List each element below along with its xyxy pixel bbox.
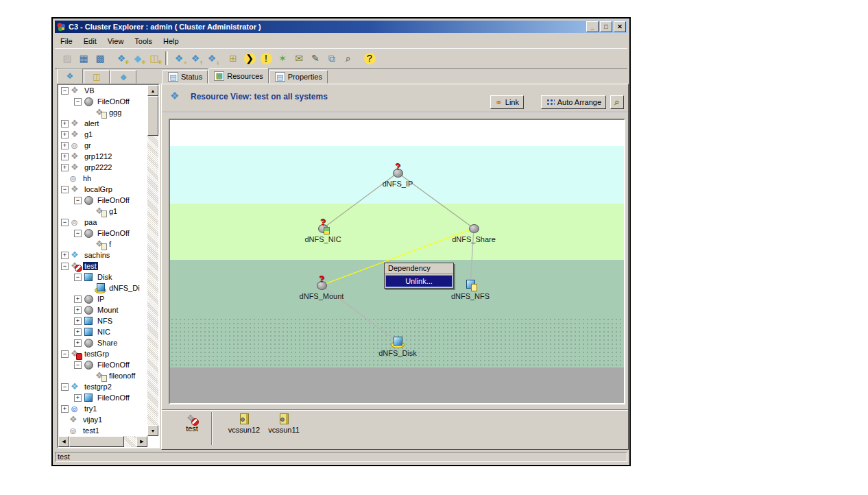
help-icon[interactable]: ? [361, 50, 378, 67]
tree-item-ggg[interactable]: ❖ggg [58, 107, 146, 118]
show-logs-icon[interactable]: ! [258, 50, 274, 67]
tree-expander[interactable]: + [74, 295, 82, 303]
add-resource-icon[interactable]: ◆+ [130, 50, 146, 67]
tree-vertical-scrollbar[interactable]: ▲ ▼ [147, 85, 158, 436]
tree-item-g1[interactable]: +❖g1 [58, 129, 146, 140]
manage-group-systems-icon[interactable]: ❖▫ [171, 50, 187, 67]
strip-group-test[interactable]: ❖test [173, 413, 211, 433]
tab-resources[interactable]: ▩Resources [208, 68, 269, 84]
tree-item-Disk[interactable]: −Disk [58, 271, 146, 282]
save-config-icon[interactable]: ▦ [75, 50, 92, 67]
resource-types-tab[interactable]: ◆ [110, 70, 136, 84]
tree-item-testGrp[interactable]: −❖testGrp [58, 348, 146, 359]
tree-item-paa[interactable]: −⊚paa [58, 217, 146, 228]
offline-group-icon[interactable]: ❖↓ [204, 50, 220, 67]
tree-item-FileOnOff[interactable]: +FileOnOff [58, 392, 146, 403]
tree-item-gr[interactable]: +⊚gr [58, 140, 146, 151]
tree-item-VB[interactable]: −❖VB [58, 85, 146, 96]
tree-item-g1[interactable]: ❖g1 [58, 206, 146, 217]
remote-group-wizard-icon[interactable]: ✎ [307, 50, 324, 67]
context-menu-item-Unlink[interactable]: Unlink... [385, 275, 453, 287]
tree-item-Mount[interactable]: +Mount [58, 304, 146, 315]
tree-expander[interactable]: + [74, 328, 82, 336]
maximize-button[interactable]: □ [600, 21, 612, 32]
scroll-up-button[interactable]: ▲ [147, 85, 158, 96]
systems-tab[interactable]: ◫ [84, 70, 110, 84]
online-group-icon[interactable]: ❖↑ [187, 50, 204, 67]
resource-node-dNFS_Share[interactable]: dNFS_Share [450, 220, 497, 243]
notifier-wizard-icon[interactable]: ✉ [291, 50, 307, 67]
resource-node-dNFS_IP[interactable]: ?dNFS_IP [374, 165, 421, 188]
tree-item-sachins[interactable]: +❖sachins [58, 250, 146, 261]
tree-item-fileonoff[interactable]: ❖fileonoff [58, 370, 146, 381]
tree-expander[interactable]: − [74, 197, 82, 204]
tree-expander[interactable]: − [61, 383, 69, 391]
close-button[interactable]: ✕ [614, 21, 626, 32]
strip-system-vcssun11[interactable]: vcssun11 [265, 413, 303, 434]
resource-node-dNFS_Mount[interactable]: ?dNFS_Mount [298, 277, 345, 300]
tree-expander[interactable]: − [61, 350, 69, 358]
dependency-graph-canvas[interactable]: ?dNFS_IP?dNFS_NICdNFS_Share?dNFS_MountdN… [169, 119, 625, 405]
scroll-left-button[interactable]: ◀ [58, 436, 69, 447]
tree-item-test1[interactable]: ⊚test1 [58, 425, 146, 436]
tree-item-test[interactable]: −❖test [58, 261, 146, 271]
link-button[interactable]: ⚭ Link [490, 95, 524, 109]
service-groups-tab[interactable]: ❖ [57, 69, 83, 84]
auto-arrange-button[interactable]: Auto Arrange [541, 95, 606, 109]
scroll-down-button[interactable]: ▼ [147, 425, 158, 436]
tree-item-vijay1[interactable]: ❖vijay1 [58, 414, 146, 425]
tree-expander[interactable]: + [61, 164, 69, 171]
minimize-button[interactable]: _ [586, 21, 599, 32]
tree-expander[interactable]: + [61, 120, 69, 128]
tree-item-FileOnOff[interactable]: −FileOnOff [58, 359, 146, 370]
resource-node-dNFS_NFS[interactable]: dNFS_NFS [447, 277, 494, 300]
add-service-group-icon[interactable]: ❖+ [113, 50, 130, 67]
query-icon[interactable]: ⌕ [340, 50, 357, 67]
tree-item-hh[interactable]: ⊚hh [58, 173, 146, 184]
tree-expander[interactable]: + [61, 142, 69, 149]
tree-item-testgrp2[interactable]: −❖testgrp2 [58, 381, 146, 392]
tab-properties[interactable]: ▤Properties [269, 70, 328, 84]
tree-expander[interactable]: + [61, 405, 69, 413]
tree-item-alert[interactable]: +❖alert [58, 118, 146, 129]
tree-expander[interactable]: − [61, 186, 69, 193]
scroll-right-button[interactable]: ▶ [136, 436, 147, 447]
tree-item-NFS[interactable]: +NFS [58, 315, 146, 326]
add-system-icon[interactable]: ◫+ [146, 50, 162, 67]
tree-item-Share[interactable]: +Share [58, 337, 146, 348]
resource-node-dNFS_Disk[interactable]: dNFS_Disk [374, 334, 421, 357]
tree-expander[interactable]: + [61, 153, 69, 160]
tree-item-FileOnOff[interactable]: −FileOnOff [58, 195, 146, 206]
tree-item-localGrp[interactable]: −❖localGrp [58, 184, 146, 195]
tree-expander[interactable]: − [61, 87, 69, 95]
scroll-thumb[interactable] [147, 96, 158, 136]
tree-expander[interactable]: − [74, 230, 82, 237]
menu-edit[interactable]: Edit [78, 36, 102, 47]
tree-item-grp2222[interactable]: +❖grp2222 [58, 162, 146, 173]
tree-item-f[interactable]: ❖f [58, 239, 146, 250]
tree-expander[interactable]: + [61, 131, 69, 138]
tree-expander[interactable]: − [74, 98, 82, 106]
global-group-wizard-icon[interactable]: ⧉ [324, 50, 340, 67]
tree-item-FileOnOff[interactable]: −FileOnOff [58, 96, 146, 107]
tree-horizontal-scrollbar[interactable]: ◀ ▶ [58, 436, 147, 447]
tree-item-FileOnOff[interactable]: −FileOnOff [58, 228, 146, 239]
tab-status[interactable]: ▤Status [162, 70, 208, 84]
tree-expander[interactable]: − [61, 263, 69, 270]
menu-file[interactable]: File [55, 36, 78, 47]
resource-node-dNFS_NIC[interactable]: ?dNFS_NIC [300, 220, 346, 243]
menu-view[interactable]: View [102, 36, 130, 47]
tree-expander[interactable]: − [61, 219, 69, 226]
open-config-icon[interactable]: ▨ [59, 50, 75, 67]
zoom-button[interactable]: ⌕ [610, 95, 624, 109]
config-wizard-icon[interactable]: ✶ [274, 50, 291, 67]
shell-command-icon[interactable]: ❯ [241, 50, 258, 67]
save-close-config-icon[interactable]: ▩ [92, 50, 108, 67]
tree-item-try1[interactable]: +⊚try1 [58, 403, 146, 414]
tree-expander[interactable]: + [74, 306, 82, 314]
scroll-thumb[interactable] [69, 436, 124, 447]
strip-system-vcssun12[interactable]: vcssun12 [225, 413, 263, 434]
menu-help[interactable]: Help [158, 36, 184, 47]
tree-item-IP[interactable]: +IP [58, 293, 146, 304]
tree-expander[interactable]: − [74, 274, 82, 281]
